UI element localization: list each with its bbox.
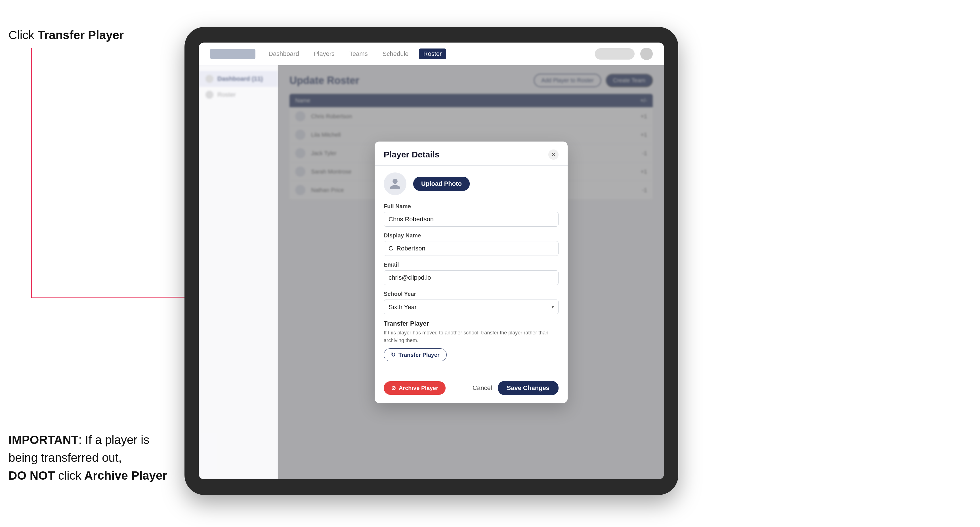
display-name-input[interactable] bbox=[384, 241, 558, 256]
topbar-right bbox=[595, 48, 653, 60]
modal-title: Player Details bbox=[384, 150, 440, 159]
modal-close-button[interactable]: × bbox=[548, 149, 558, 160]
tablet-device: Dashboard Players Teams Schedule Roster … bbox=[185, 27, 678, 495]
content-area: Dashboard (11) Roster Update Roster Add … bbox=[199, 65, 664, 479]
sidebar-item-dashboard[interactable]: Dashboard (11) bbox=[199, 71, 278, 87]
modal-backdrop: Player Details × bbox=[278, 65, 664, 479]
nav-item-players[interactable]: Players bbox=[309, 49, 339, 59]
nav-item-schedule[interactable]: Schedule bbox=[378, 49, 413, 59]
player-details-modal: Player Details × bbox=[375, 141, 568, 403]
nav-item-roster[interactable]: Roster bbox=[419, 49, 446, 59]
transfer-btn-label: Transfer Player bbox=[398, 352, 440, 358]
app-nav: Dashboard Players Teams Schedule Roster bbox=[264, 49, 586, 59]
email-label: Email bbox=[384, 262, 558, 268]
archive-player-button[interactable]: ⊘ Archive Player bbox=[384, 381, 445, 395]
sidebar: Dashboard (11) Roster bbox=[199, 65, 278, 479]
tablet-screen: Dashboard Players Teams Schedule Roster … bbox=[199, 43, 664, 479]
modal-header: Player Details × bbox=[375, 141, 568, 166]
do-not-suffix: click bbox=[55, 469, 81, 482]
app-topbar: Dashboard Players Teams Schedule Roster bbox=[199, 43, 664, 65]
click-prefix: Click bbox=[8, 29, 34, 42]
school-year-label: School Year bbox=[384, 291, 558, 297]
player-photo-circle bbox=[384, 173, 406, 195]
archive-label: Archive Player bbox=[81, 469, 167, 482]
upload-photo-button[interactable]: Upload Photo bbox=[413, 177, 470, 191]
modal-footer: ⊘ Archive Player Cancel Save Changes bbox=[375, 375, 568, 403]
modal-body: Upload Photo Full Name Display Name bbox=[375, 166, 568, 375]
important-label: IMPORTANT bbox=[8, 433, 79, 446]
topbar-avatar[interactable] bbox=[640, 48, 653, 60]
dashboard-icon bbox=[205, 75, 213, 83]
cancel-button[interactable]: Cancel bbox=[473, 384, 492, 392]
school-year-select[interactable]: First Year Second Year Third Year Fourth… bbox=[384, 300, 558, 314]
roster-icon bbox=[205, 91, 213, 99]
nav-item-teams[interactable]: Teams bbox=[345, 49, 372, 59]
app-logo bbox=[210, 49, 255, 59]
transfer-player-button[interactable]: ↻ Transfer Player bbox=[384, 348, 447, 361]
school-year-select-wrapper: First Year Second Year Third Year Fourth… bbox=[384, 300, 558, 314]
full-name-input[interactable] bbox=[384, 212, 558, 227]
do-not-label: DO NOT bbox=[8, 469, 55, 482]
transfer-section-description: If this player has moved to another scho… bbox=[384, 329, 558, 344]
instruction-top: Click Transfer Player bbox=[8, 29, 124, 42]
transfer-section-title: Transfer Player bbox=[384, 320, 558, 327]
school-year-group: School Year First Year Second Year Third… bbox=[384, 291, 558, 314]
click-target-label: Transfer Player bbox=[38, 29, 124, 42]
main-area: Update Roster Add Player to Roster Creat… bbox=[278, 65, 664, 479]
refresh-icon: ↻ bbox=[391, 351, 396, 358]
full-name-label: Full Name bbox=[384, 203, 558, 210]
display-name-label: Display Name bbox=[384, 232, 558, 239]
photo-upload-row: Upload Photo bbox=[384, 173, 558, 195]
archive-icon: ⊘ bbox=[391, 385, 396, 391]
topbar-notification-btn[interactable] bbox=[595, 48, 635, 60]
transfer-player-section: Transfer Player If this player has moved… bbox=[384, 320, 558, 361]
footer-right-buttons: Cancel Save Changes bbox=[473, 381, 558, 395]
sidebar-dashboard-label: Dashboard (11) bbox=[217, 75, 271, 83]
arrow-vertical-line bbox=[31, 48, 32, 298]
save-changes-button[interactable]: Save Changes bbox=[498, 381, 558, 395]
email-input[interactable] bbox=[384, 270, 558, 285]
full-name-group: Full Name bbox=[384, 203, 558, 227]
sidebar-roster-label: Roster bbox=[217, 91, 271, 98]
person-icon bbox=[389, 178, 401, 190]
sidebar-item-roster[interactable]: Roster bbox=[199, 87, 278, 103]
instruction-bottom: IMPORTANT: If a player is being transfer… bbox=[8, 431, 179, 484]
nav-item-dashboard[interactable]: Dashboard bbox=[264, 49, 304, 59]
close-icon: × bbox=[552, 151, 555, 158]
archive-btn-label: Archive Player bbox=[399, 385, 438, 391]
email-group: Email bbox=[384, 262, 558, 285]
display-name-group: Display Name bbox=[384, 232, 558, 256]
